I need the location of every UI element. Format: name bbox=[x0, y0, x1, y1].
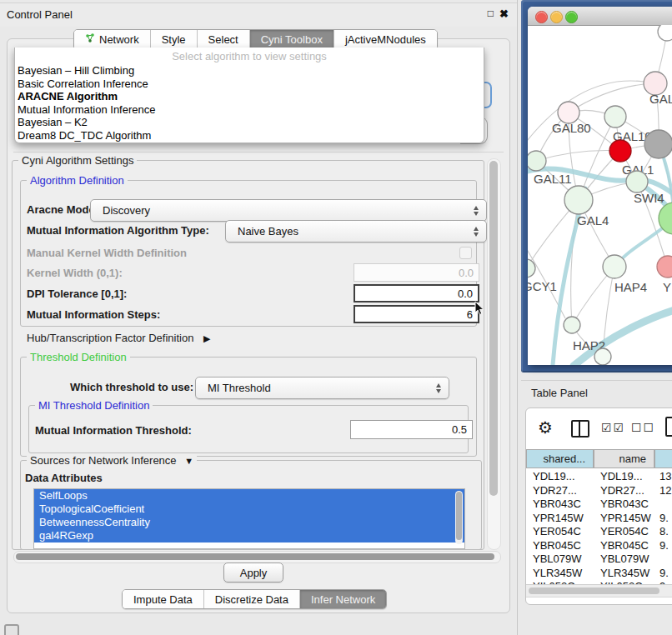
mi-steps-field[interactable]: 6 bbox=[354, 305, 479, 323]
columns-icon[interactable] bbox=[571, 420, 589, 438]
column-header-name[interactable]: name bbox=[594, 449, 654, 468]
dpi-tolerance-field[interactable]: 0.0 bbox=[354, 284, 479, 302]
attribute-selfloops[interactable]: SelfLoops bbox=[34, 489, 464, 502]
node-hap4[interactable] bbox=[603, 255, 626, 278]
network-window-titlebar[interactable] bbox=[528, 7, 672, 26]
table-row[interactable]: YBL079WYBL079W bbox=[526, 552, 672, 567]
algorithm-dropdown-popup: Select algorithm to view settings Bayesi… bbox=[14, 48, 484, 143]
table-row[interactable]: YDR27...YDR27...12 bbox=[526, 484, 672, 498]
cyni-bottom-tabbar: Impute DataDiscretize DataInfer Network bbox=[122, 589, 387, 609]
mi-steps-label: Mutual Information Steps: bbox=[27, 308, 160, 321]
tab-discretize-data[interactable]: Discretize Data bbox=[203, 590, 299, 608]
tab-infer-network[interactable]: Infer Network bbox=[299, 590, 386, 608]
tab-label: Network bbox=[99, 33, 139, 46]
close-icon[interactable]: ✖ bbox=[499, 8, 509, 20]
algorithm-option-mutual-information-inference[interactable]: Mutual Information Inference bbox=[15, 103, 484, 117]
table-row[interactable]: YLR345WYLR345W9. bbox=[526, 567, 672, 581]
control-panel-window: Control Panel □ ✖ NetworkStyleSelectCyni… bbox=[0, 0, 518, 635]
aracne-mode-combo[interactable]: Discovery bbox=[90, 199, 487, 222]
mouse-cursor bbox=[474, 301, 484, 319]
tab-style[interactable]: Style bbox=[150, 30, 197, 49]
data-attributes-list[interactable]: SelfLoopsTopologicalCoefficientBetweenne… bbox=[33, 488, 465, 549]
attribute-gal4rgexp[interactable]: gal4RGexp bbox=[34, 529, 464, 542]
network-edge[interactable] bbox=[536, 151, 620, 162]
close-traffic-light-icon[interactable] bbox=[535, 11, 548, 23]
node-label: SWI4 bbox=[634, 191, 664, 205]
node-hap2[interactable] bbox=[564, 317, 580, 333]
node-blank[interactable] bbox=[644, 130, 672, 158]
table-cell: 8. bbox=[659, 525, 672, 539]
attribute-topologicalcoefficient[interactable]: TopologicalCoefficient bbox=[34, 502, 464, 516]
network-window[interactable]: GALGAL80GAL10GAL1GAL11SWI4GAL4HAP4YGCY1H… bbox=[528, 7, 672, 365]
tab-label: Discretize Data bbox=[215, 593, 288, 606]
select-all-checkboxes-icon[interactable]: ☑☑ bbox=[601, 421, 625, 434]
aracne-mode-value: Discovery bbox=[103, 204, 150, 217]
table-horizontal-scrollbar[interactable] bbox=[526, 584, 672, 598]
mi-threshold-field[interactable]: 0.5 bbox=[350, 420, 473, 439]
table-row[interactable]: YBR045CYBR045C9. bbox=[526, 539, 672, 553]
algorithm-option-dream8-dc-tdc-algorithm[interactable]: Dream8 DC_TDC Algorithm bbox=[15, 129, 484, 142]
mi-type-combo[interactable]: Naive Bayes bbox=[225, 220, 487, 242]
table-cell bbox=[659, 498, 672, 512]
node-y[interactable] bbox=[657, 256, 672, 278]
manual-kernel-checkbox[interactable] bbox=[459, 247, 472, 259]
which-threshold-combo[interactable]: MI Threshold bbox=[195, 377, 449, 399]
attribute-betweennesscentrality[interactable]: BetweennessCentrality bbox=[34, 516, 464, 529]
table-cell: YDL19... bbox=[533, 470, 595, 484]
page-icon[interactable] bbox=[665, 417, 672, 437]
settings-horizontal-scrollbar[interactable] bbox=[13, 551, 501, 563]
column-header-blank[interactable] bbox=[654, 449, 672, 468]
zoom-traffic-light-icon[interactable] bbox=[565, 11, 578, 23]
node-gal10[interactable] bbox=[604, 106, 626, 128]
tab-select[interactable]: Select bbox=[197, 30, 249, 49]
tab-impute-data[interactable]: Impute Data bbox=[123, 590, 203, 608]
minimize-traffic-light-icon[interactable] bbox=[550, 11, 563, 23]
network-edge-highlighted[interactable] bbox=[574, 308, 672, 365]
which-threshold-label: Which threshold to use: bbox=[70, 381, 193, 393]
table-cell: 12 bbox=[659, 484, 672, 498]
table-cell: YDR27... bbox=[533, 484, 595, 498]
tab-label: Style bbox=[162, 33, 186, 46]
node-gal4[interactable] bbox=[564, 186, 593, 214]
algorithm-definition-title: Algorithm Definition bbox=[27, 174, 128, 187]
list-scrollbar[interactable] bbox=[455, 491, 463, 544]
deselect-all-checkboxes-icon[interactable]: ☐☐ bbox=[631, 421, 655, 434]
mi-threshold-label: Mutual Information Threshold: bbox=[35, 424, 192, 437]
algorithm-option-bayesian-k2[interactable]: Bayesian – K2 bbox=[15, 116, 484, 129]
table-cell: YDL19... bbox=[600, 470, 656, 484]
node-gal11[interactable] bbox=[528, 151, 546, 171]
combo-spinner-icon bbox=[474, 206, 479, 216]
hub-definition-toggle[interactable]: Hub/Transcription Factor Definition ▶ bbox=[27, 332, 210, 344]
table-row[interactable]: YER054CYER054C8. bbox=[526, 525, 672, 539]
node-label: GAL11 bbox=[534, 172, 572, 186]
which-threshold-value: MI Threshold bbox=[208, 382, 271, 394]
algorithm-option-basic-correlation-inference[interactable]: Basic Correlation Inference bbox=[15, 78, 484, 91]
node-blank[interactable] bbox=[658, 25, 672, 41]
combo-spinner-icon bbox=[474, 227, 479, 237]
gear-icon[interactable]: ⚙ bbox=[538, 418, 553, 438]
algorithm-option-bayesian-hill-climbing[interactable]: Bayesian – Hill Climbing bbox=[15, 64, 484, 78]
node-gal1[interactable] bbox=[609, 140, 631, 162]
kernel-width-field[interactable]: 0.0 bbox=[354, 263, 479, 282]
node-swi4[interactable] bbox=[626, 171, 648, 192]
node-blank[interactable] bbox=[594, 348, 611, 365]
table-cell: 9. bbox=[659, 567, 672, 581]
tab-cyni-toolbox[interactable]: Cyni Toolbox bbox=[249, 30, 333, 49]
column-header-shared[interactable]: shared... bbox=[526, 449, 594, 468]
node-label: GCY1 bbox=[528, 279, 557, 293]
sources-group-toggle[interactable]: Sources for Network Inference ▼ bbox=[27, 454, 197, 467]
table-row[interactable]: YPR145WYPR145W9. bbox=[526, 512, 672, 526]
sources-group-title: Sources for Network Inference bbox=[30, 454, 177, 467]
table-panel-title: Table Panel bbox=[531, 387, 588, 399]
tab-label: Infer Network bbox=[311, 593, 375, 606]
network-canvas[interactable]: GALGAL80GAL10GAL1GAL11SWI4GAL4HAP4YGCY1H… bbox=[528, 25, 672, 365]
table-row[interactable]: YBR043CYBR043C bbox=[526, 498, 672, 512]
algorithm-option-aracne-algorithm[interactable]: ARACNE Algorithm bbox=[15, 90, 484, 103]
tab-jactivemnodules[interactable]: jActiveMNodules bbox=[333, 30, 437, 49]
tab-network[interactable]: Network bbox=[74, 30, 150, 49]
apply-button[interactable]: Apply bbox=[223, 562, 283, 582]
settings-vertical-scrollbar[interactable] bbox=[487, 158, 501, 550]
table-row[interactable]: YDL19...YDL19...13 bbox=[526, 470, 672, 484]
partial-bottom-button[interactable] bbox=[4, 624, 19, 635]
float-window-icon[interactable]: □ bbox=[488, 8, 494, 19]
